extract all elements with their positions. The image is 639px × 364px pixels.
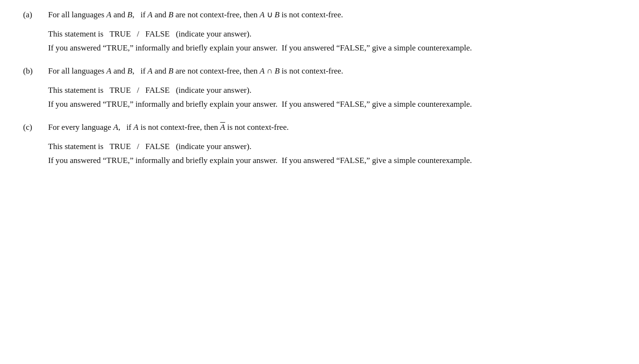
expr-B-a: B (275, 10, 279, 19)
true-false-line-a: This statement is TRUE / FALSE (indicate… (48, 28, 616, 40)
expr-AuB: A (260, 10, 264, 19)
true-false-line-c: This statement is TRUE / FALSE (indicate… (48, 140, 616, 153)
explain-line-a: If you answered “TRUE,” informally and b… (48, 42, 616, 54)
problem-label-a: (a) (23, 9, 48, 56)
explain-line-c: If you answered “TRUE,” informally and b… (48, 154, 616, 167)
var-B-b1: B (127, 66, 132, 75)
problem-list: (a) For all languages A and B, if A and … (23, 9, 616, 169)
var-A-b2: A (148, 66, 152, 75)
true-false-line-b: This statement is TRUE / FALSE (indicate… (48, 84, 616, 97)
intersection-symbol-b: ∩ (267, 66, 273, 75)
problem-content-a: For all languages A and B, if A and B ar… (48, 9, 616, 56)
problem-statement-c: For every language A, if A is not contex… (48, 121, 616, 134)
problem-content-c: For every language A, if A is not contex… (48, 121, 616, 169)
problem-content-b: For all languages A and B, if A and B ar… (48, 65, 616, 113)
var-A-c1: A (113, 123, 118, 132)
problem-label-b: (b) (23, 65, 48, 113)
expr-AnB-A: A (260, 66, 264, 75)
var-A-bar: A (220, 123, 225, 132)
var-B-b2: B (168, 66, 173, 75)
var-B-a2: B (168, 10, 173, 19)
problem-item-a: (a) For all languages A and B, if A and … (23, 9, 616, 56)
expr-AnB-B: B (275, 66, 279, 75)
var-B-a1: B (127, 10, 132, 19)
answer-block-a: This statement is TRUE / FALSE (indicate… (48, 28, 616, 54)
problem-label-c: (c) (23, 121, 48, 169)
union-symbol-a: ∪ (267, 10, 273, 19)
problem-statement-b: For all languages A and B, if A and B ar… (48, 65, 616, 77)
var-A-a2: A (148, 10, 152, 19)
var-A-c2: A (134, 123, 138, 132)
answer-block-c: This statement is TRUE / FALSE (indicate… (48, 140, 616, 167)
var-A-b1: A (106, 66, 111, 75)
var-A-a1: A (106, 10, 111, 19)
answer-block-b: This statement is TRUE / FALSE (indicate… (48, 84, 616, 111)
problem-item-b: (b) For all languages A and B, if A and … (23, 65, 616, 113)
explain-line-b: If you answered “TRUE,” informally and b… (48, 98, 616, 111)
problem-item-c: (c) For every language A, if A is not co… (23, 121, 616, 169)
problem-statement-a: For all languages A and B, if A and B ar… (48, 9, 616, 21)
